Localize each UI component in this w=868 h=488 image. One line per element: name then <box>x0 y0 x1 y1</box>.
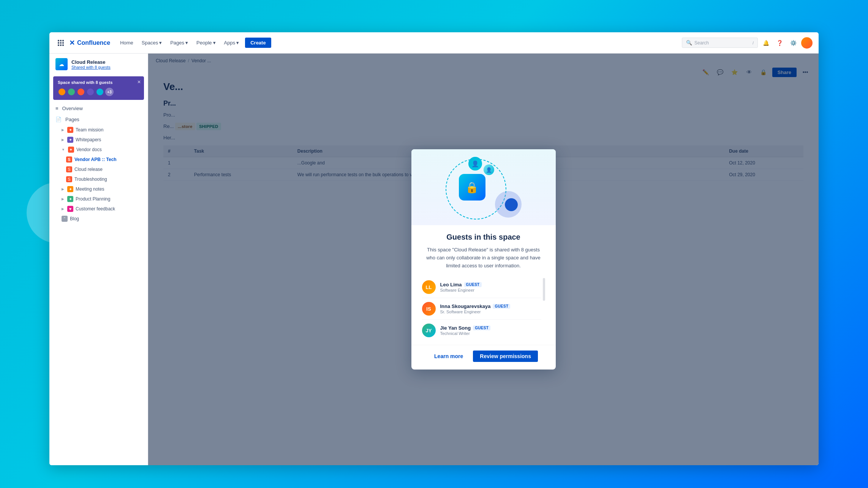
main-body: ☁ Cloud Release Shared with 8 guests Spa… <box>49 54 819 465</box>
illustration-person-icon-2: 👤 <box>484 164 494 175</box>
meeting-notes-icon: ✦ <box>67 186 73 192</box>
avatar: LL <box>422 280 436 294</box>
review-permissions-button[interactable]: Review permissions <box>473 351 538 362</box>
guest-avatar-4 <box>86 88 95 96</box>
nav-apps[interactable]: Apps ▾ <box>220 38 243 48</box>
guest-scroll-area: LL Leo Lima GUEST Software Engineer <box>422 276 545 345</box>
grid-icon[interactable] <box>55 38 66 48</box>
sidebar-item-overview[interactable]: ≡ Overview <box>49 103 148 114</box>
nav-items: Home Spaces ▾ Pages ▾ People ▾ Apps ▾ Cr… <box>116 38 679 48</box>
cloud-release-icon: S <box>66 166 72 172</box>
pages-icon: 📄 <box>55 117 62 122</box>
guests-modal: 🔒 👤 👤 Guests in this space This space "C… <box>411 149 556 370</box>
guest-badge: GUEST <box>493 304 510 309</box>
chevron-right-icon: ▶ <box>62 128 64 132</box>
sidebar-item-whitepapers[interactable]: ▶ ✦ Whitepapers <box>49 135 148 145</box>
chevron-right-icon: ▶ <box>62 207 64 211</box>
nav-spaces[interactable]: Spaces ▾ <box>138 38 166 48</box>
vendor-docs-icon: ✦ <box>68 147 74 153</box>
troubleshooting-icon: S <box>66 176 72 182</box>
search-shortcut: / <box>753 41 754 45</box>
confluence-logo[interactable]: ✕ Confluence <box>69 39 110 47</box>
pages-chevron-icon: ▾ <box>185 40 188 46</box>
chevron-down-icon: ▼ <box>62 148 65 152</box>
modal-body: Guests in this space This space "Cloud R… <box>411 225 556 345</box>
svg-rect-3 <box>58 42 59 44</box>
guest-info: Inna Skougarevskaya GUEST Sr. Software E… <box>440 303 541 314</box>
help-icon[interactable]: ❓ <box>774 37 785 49</box>
overview-icon: ≡ <box>55 106 58 111</box>
guest-avatar-1 <box>58 88 66 96</box>
sidebar-space-header: ☁ Cloud Release Shared with 8 guests <box>49 54 148 75</box>
modal-hero: 🔒 👤 👤 <box>411 149 556 225</box>
modal-footer: Learn more Review permissions <box>411 345 556 370</box>
guest-avatar-2 <box>67 88 76 96</box>
sidebar-item-vendor-docs[interactable]: ▼ ✦ Vendor docs <box>49 145 148 155</box>
blog-icon: " <box>62 216 68 222</box>
app-container: ✕ Confluence Home Spaces ▾ Pages ▾ Peopl… <box>49 32 819 465</box>
spaces-chevron-icon: ▾ <box>159 40 162 46</box>
space-icon: ☁ <box>55 58 68 70</box>
team-mission-icon: ✦ <box>67 127 73 133</box>
apps-chevron-icon: ▾ <box>236 40 239 46</box>
list-item: IS Inna Skougarevskaya GUEST Sr. Softwar… <box>422 298 541 320</box>
learn-more-button[interactable]: Learn more <box>429 351 468 362</box>
close-icon[interactable]: ✕ <box>137 79 141 85</box>
settings-icon[interactable]: ⚙️ <box>787 37 799 49</box>
guest-role: Technical Writer <box>440 331 541 336</box>
list-item: LL Leo Lima GUEST Software Engineer <box>422 276 541 298</box>
sidebar: ☁ Cloud Release Shared with 8 guests Spa… <box>49 54 148 465</box>
avatar: IS <box>422 302 436 316</box>
guest-avatar-overflow: +3 <box>105 88 114 96</box>
svg-rect-6 <box>58 44 59 46</box>
guest-list: LL Leo Lima GUEST Software Engineer <box>422 276 541 341</box>
search-icon: 🔍 <box>686 40 692 46</box>
guest-info: Jie Yan Song GUEST Technical Writer <box>440 325 541 336</box>
sidebar-item-pages[interactable]: 📄 Pages <box>49 114 148 125</box>
sidebar-item-vendor-apb[interactable]: S Vendor APB :: Tech <box>49 155 148 164</box>
guest-avatar-list: +3 <box>58 88 139 96</box>
guest-banner[interactable]: Space shared with 8 guests ✕ +3 <box>53 76 144 100</box>
whitepapers-icon: ✦ <box>67 137 73 143</box>
chevron-right-icon: ▶ <box>62 187 64 191</box>
guest-role: Sr. Software Engineer <box>440 310 541 314</box>
list-item: JY Jie Yan Song GUEST Technical Writer <box>422 320 541 341</box>
svg-rect-2 <box>62 40 64 41</box>
guest-info: Leo Lima GUEST Software Engineer <box>440 282 541 292</box>
product-planning-icon: ✦ <box>67 196 73 202</box>
sidebar-item-cloud-release[interactable]: S Cloud release <box>49 164 148 174</box>
sidebar-item-blog[interactable]: " Blog <box>49 214 148 224</box>
top-navigation: ✕ Confluence Home Spaces ▾ Pages ▾ Peopl… <box>49 32 819 54</box>
guest-name: Jie Yan Song GUEST <box>440 325 541 331</box>
svg-rect-5 <box>62 42 64 44</box>
confluence-logo-icon: ✕ <box>69 39 75 47</box>
search-box[interactable]: 🔍 Search / <box>682 38 758 48</box>
guest-name: Leo Lima GUEST <box>440 282 541 287</box>
sidebar-item-product-planning[interactable]: ▶ ✦ Product Planning <box>49 194 148 204</box>
guest-banner-title: Space shared with 8 guests <box>58 80 139 85</box>
modal-description: This space "Cloud Release" is shared wit… <box>422 246 545 270</box>
nav-right-controls: 🔍 Search / 🔔 ❓ ⚙️ <box>682 37 813 49</box>
svg-rect-8 <box>62 44 64 46</box>
modal-overlay[interactable]: 🔒 👤 👤 Guests in this space This space "C… <box>148 54 819 465</box>
illustration-person-icon-1: 👤 <box>468 157 482 171</box>
confluence-logo-text: Confluence <box>77 39 110 46</box>
chevron-right-icon: ▶ <box>62 197 64 201</box>
user-avatar[interactable] <box>801 37 813 49</box>
scrollbar[interactable] <box>543 278 545 301</box>
modal-title: Guests in this space <box>422 233 545 242</box>
guest-avatar-5 <box>96 88 104 96</box>
guest-name: Inna Skougarevskaya GUEST <box>440 303 541 309</box>
space-guests-link[interactable]: Shared with 8 guests <box>71 65 111 69</box>
nav-pages[interactable]: Pages ▾ <box>166 38 192 48</box>
sidebar-item-team-mission[interactable]: ▶ ✦ Team mission <box>49 125 148 135</box>
nav-people[interactable]: People ▾ <box>193 38 219 48</box>
sidebar-item-troubleshooting[interactable]: S Troubleshooting <box>49 174 148 184</box>
nav-home[interactable]: Home <box>116 38 137 48</box>
content-area: Cloud Release / Vendor ... ✏️ 💬 ⭐ 👁 🔒 Sh… <box>148 54 819 465</box>
create-button[interactable]: Create <box>245 38 271 48</box>
sidebar-item-meeting-notes[interactable]: ▶ ✦ Meeting notes <box>49 184 148 194</box>
sidebar-item-customer-feedback[interactable]: ▶ ♥ Customer feedback <box>49 204 148 214</box>
illustration-lock-icon: 🔒 <box>459 174 485 201</box>
notifications-icon[interactable]: 🔔 <box>760 37 772 49</box>
